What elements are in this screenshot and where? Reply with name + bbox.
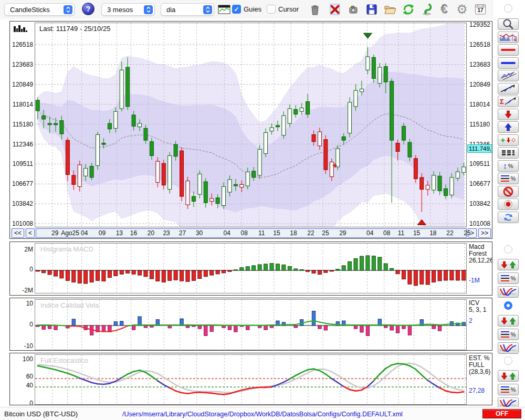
price-ytick: 126518 <box>468 40 491 49</box>
signal-arrows-button[interactable] <box>498 315 519 327</box>
dashed-lines-button[interactable] <box>498 147 519 159</box>
date-label: 13 <box>116 229 123 237</box>
lines-percent-button[interactable]: % <box>498 384 519 395</box>
help-button[interactable]: ? <box>82 3 94 15</box>
add-signal-button[interactable]: + <box>498 134 519 146</box>
trash-icon[interactable] <box>308 2 322 17</box>
indicator-chart-button[interactable] <box>498 32 519 43</box>
off-toggle-button[interactable]: OFF <box>482 409 521 418</box>
arrow-down-red-button[interactable] <box>498 109 519 120</box>
signal-arrows-button[interactable] <box>498 259 519 270</box>
record-button[interactable] <box>498 198 519 210</box>
red-line-button[interactable] <box>498 44 519 56</box>
curves-icon <box>499 287 518 297</box>
lines-percent-icon: % <box>501 275 516 281</box>
help-label: ? <box>86 5 91 13</box>
macd-last-value: -1M <box>469 277 480 284</box>
icv-ind-params: 5, 3, 1 <box>469 307 486 313</box>
stoch-radio[interactable] <box>504 356 512 365</box>
guies-checkbox[interactable]: ✓ <box>232 5 241 14</box>
date-navbar: << < 29Ago250409131620232730040811151822… <box>10 228 492 238</box>
lines-percent-icon: % <box>501 175 516 182</box>
date-label: 23 <box>163 229 170 237</box>
macd-radio[interactable] <box>504 245 512 254</box>
candlestick-plot[interactable] <box>35 23 467 227</box>
date-label: 22 <box>446 229 453 237</box>
price-ytick: 103842 <box>468 200 491 208</box>
mini-chart-window-icon[interactable] <box>217 2 232 17</box>
chevron-updown-icon <box>64 5 72 14</box>
lines-percent-button[interactable]: % <box>498 329 519 340</box>
capture-icon[interactable] <box>346 2 361 17</box>
price-ytick: 103842 <box>10 200 33 208</box>
stoch-title: Full Estocastico <box>40 356 88 364</box>
curves-icon <box>499 343 518 353</box>
date-label: 04 <box>224 229 230 237</box>
lines-percent-button[interactable]: % <box>498 272 519 284</box>
save-icon[interactable] <box>364 2 379 17</box>
euro-icon[interactable]: € <box>437 2 452 17</box>
icv-plot[interactable] <box>35 299 467 350</box>
trend-arrow-icon <box>499 83 518 94</box>
macd-plot[interactable] <box>35 243 467 293</box>
calendar-icon[interactable]: 17 <box>473 2 488 17</box>
price-ytick: 106677 <box>10 180 33 188</box>
lines-percent-button[interactable]: % <box>498 173 519 184</box>
price-ytick: 115180 <box>468 120 491 129</box>
cursor-checkbox[interactable] <box>267 5 276 14</box>
nav-far-next-button[interactable]: >> <box>478 228 491 238</box>
chart-type-select[interactable]: CandleSticks <box>4 3 75 16</box>
date-label: 11 <box>398 229 404 237</box>
stoch-ytick: 0 <box>10 399 33 405</box>
block-button[interactable] <box>498 186 519 197</box>
calendar-day: 17 <box>477 7 484 13</box>
current-price-tag: 111.749, <box>467 144 492 153</box>
date-label: 15 <box>273 229 280 237</box>
date-label: Ago25 <box>61 229 79 237</box>
stochastic-plot[interactable] <box>35 354 467 405</box>
date-label: 29 <box>339 229 346 237</box>
arrow-up-blue-button[interactable] <box>498 121 519 133</box>
cursor-label: Cursor <box>278 5 299 13</box>
icv-radio[interactable] <box>504 301 512 310</box>
channel-button[interactable] <box>498 70 519 81</box>
price-ytick: 112346 <box>10 140 33 149</box>
sum-trend-button[interactable]: Σ <box>498 96 519 107</box>
open-folder-icon[interactable] <box>383 2 397 17</box>
date-label: 04 <box>81 229 88 237</box>
toolbar: CandleSticks ? 3 mesos dia ✓ Guies Curso… <box>0 0 525 19</box>
date-strip[interactable]: 29Ago25040913162023273004081115182225290… <box>36 228 467 238</box>
trend-arrow-button[interactable] <box>498 83 519 94</box>
icv-last-value: 2 <box>469 317 472 324</box>
icv-panel: 10 0 -10 Indice Calidad Vela ICV 5, 3, 1… <box>9 298 492 351</box>
nav-prev-button[interactable]: < <box>26 228 35 238</box>
icv-ytick: 10 <box>10 299 33 308</box>
blue-line-button[interactable] <box>498 57 519 69</box>
curves-button[interactable] <box>498 286 519 298</box>
macd-ind-params: 26,12,26 <box>469 257 492 264</box>
range-select[interactable]: 3 mesos <box>101 3 155 16</box>
sync-icon <box>501 212 515 223</box>
measure-percent-button[interactable]: ↕% <box>498 160 519 172</box>
stoch-ytick: 40 <box>10 381 33 390</box>
signal-arrows-button[interactable] <box>498 370 519 382</box>
price-ytick: 101008 <box>468 219 491 228</box>
red-line-icon <box>501 49 516 51</box>
dashed-lines-icon <box>502 150 514 156</box>
block-icon <box>502 186 514 197</box>
channel-icon <box>499 70 518 81</box>
icv-title: Indice Calidad Vela <box>40 301 99 309</box>
interval-select[interactable]: dia <box>161 3 214 16</box>
chevron-updown-icon <box>144 5 153 14</box>
zoom-button[interactable] <box>498 18 519 30</box>
lines-percent-icon: % <box>501 331 516 338</box>
reload-icon[interactable] <box>419 2 434 17</box>
refresh-icon[interactable] <box>401 2 416 17</box>
right-tool-column: Σ+↕%%%%% <box>494 0 525 407</box>
nav-far-prev-button[interactable]: << <box>12 228 24 238</box>
curves-button[interactable] <box>498 342 519 354</box>
settings-gear-icon[interactable]: ⚙ <box>455 2 469 17</box>
sync-button[interactable] <box>498 212 519 223</box>
top-radio[interactable] <box>504 4 512 13</box>
delete-x-icon[interactable] <box>328 2 342 17</box>
